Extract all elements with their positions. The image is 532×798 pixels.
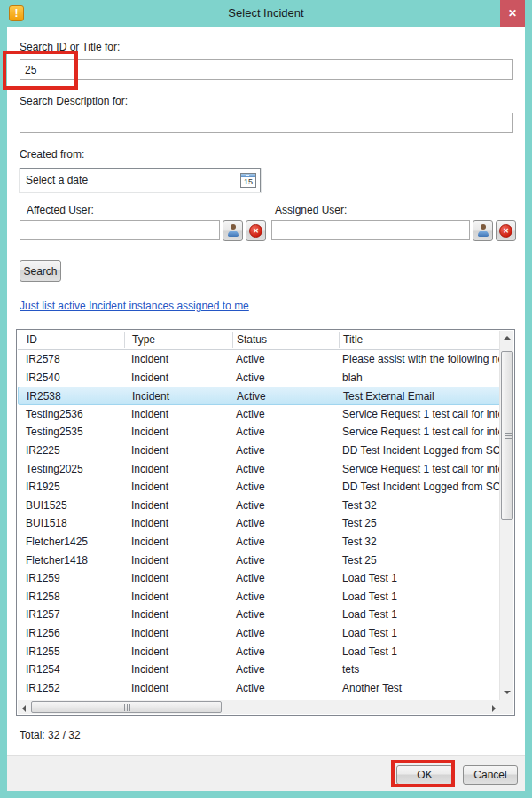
table-row[interactable]: IR1252IncidentActiveAnother Test xyxy=(18,679,501,698)
cell-id: IR1252 xyxy=(18,679,123,698)
cell-type: Incident xyxy=(123,350,228,369)
table-header: ID Type Status Title xyxy=(18,330,501,349)
vertical-scrollbar[interactable] xyxy=(499,331,513,700)
cell-id: IR1259 xyxy=(18,569,123,588)
table-row[interactable]: IR2540IncidentActiveblah xyxy=(18,369,501,387)
calendar-icon-day: 15 xyxy=(241,177,255,187)
assigned-user-label: Assigned User: xyxy=(275,204,347,216)
search-button[interactable]: Search xyxy=(20,260,61,282)
affected-user-input[interactable] xyxy=(20,220,220,240)
assigned-user-picker-button[interactable] xyxy=(473,220,493,241)
cell-type: Incident xyxy=(123,423,228,442)
scroll-down-icon[interactable] xyxy=(504,691,511,694)
table-row[interactable]: IR1256IncidentActiveLoad Test 1 xyxy=(18,624,501,643)
cell-id: IR2578 xyxy=(18,350,123,369)
table-row[interactable]: IR2578IncidentActivePlease assist with t… xyxy=(18,350,501,369)
cell-status: Active xyxy=(228,442,334,460)
column-divider xyxy=(232,332,233,348)
cell-title: Service Request 1 test call for inte xyxy=(334,460,501,479)
table-row[interactable]: IR1259IncidentActiveLoad Test 1 xyxy=(18,569,501,588)
incident-table: ID Type Status Title IR2578IncidentActiv… xyxy=(16,329,515,716)
close-button[interactable]: ✕ xyxy=(500,0,525,27)
scrollbar-corner xyxy=(499,700,513,714)
cell-status: Active xyxy=(228,661,334,679)
column-header-type[interactable]: Type xyxy=(132,330,155,349)
created-from-label: Created from: xyxy=(20,148,84,160)
cell-title: DD Test Incident Logged from SC xyxy=(334,442,501,460)
cell-status: Active xyxy=(228,679,334,698)
cell-type: Incident xyxy=(124,387,229,404)
cell-title: Load Test 1 xyxy=(334,569,501,588)
scroll-up-icon[interactable] xyxy=(504,336,511,340)
table-row[interactable]: IR2225IncidentActiveDD Test Incident Log… xyxy=(18,442,501,460)
affected-user-picker-button[interactable] xyxy=(223,220,243,241)
cell-status: Active xyxy=(228,588,334,606)
cell-id: IR1255 xyxy=(18,643,123,661)
cell-type: Incident xyxy=(123,643,228,661)
cell-status: Active xyxy=(228,606,334,624)
column-header-status[interactable]: Status xyxy=(237,330,267,349)
column-header-id[interactable]: ID xyxy=(27,330,37,349)
affected-user-clear-button[interactable]: ✕ xyxy=(246,220,266,241)
cancel-button[interactable]: Cancel xyxy=(463,765,518,785)
cell-id: IR2538 xyxy=(19,387,124,404)
dialog-title: Select Incident xyxy=(0,0,532,27)
cell-id: Fletcher1418 xyxy=(18,552,123,570)
cell-status: Active xyxy=(228,350,334,369)
cell-title: Load Test 1 xyxy=(334,643,501,661)
total-count: Total: 32 / 32 xyxy=(20,729,81,741)
assigned-to-me-link[interactable]: Just list active Incident instances assi… xyxy=(20,300,249,312)
calendar-icon[interactable]: 15 xyxy=(240,173,256,188)
assigned-user-clear-button[interactable]: ✕ xyxy=(496,220,516,241)
created-from-datepicker[interactable]: Select a date 15 xyxy=(20,168,261,192)
cell-status: Active xyxy=(228,643,334,661)
cell-type: Incident xyxy=(123,533,228,552)
cell-type: Incident xyxy=(123,569,228,588)
cell-status: Active xyxy=(228,478,334,497)
table-row[interactable]: IR1255IncidentActiveLoad Test 1 xyxy=(18,643,501,661)
table-row[interactable]: Testing2025IncidentActiveService Request… xyxy=(18,460,501,479)
cell-status: Active xyxy=(228,369,334,387)
cell-type: Incident xyxy=(123,514,228,533)
table-row[interactable]: BUI1525IncidentActiveTest 32 xyxy=(18,497,501,515)
table-row[interactable]: IR1925IncidentActiveDD Test Incident Log… xyxy=(18,478,501,497)
vertical-scrollbar-thumb[interactable] xyxy=(501,351,513,520)
datepicker-placeholder: Select a date xyxy=(26,169,88,192)
table-row[interactable]: IR2538IncidentActiveTest External Email xyxy=(18,387,501,405)
assigned-user-input[interactable] xyxy=(271,220,470,240)
column-header-title[interactable]: Title xyxy=(343,330,363,349)
cell-id: IR1258 xyxy=(18,588,123,606)
horizontal-scrollbar-thumb[interactable] xyxy=(31,701,222,713)
scroll-left-icon[interactable] xyxy=(22,705,26,712)
cell-title: blah xyxy=(334,369,501,387)
cell-id: Testing2536 xyxy=(18,405,123,424)
table-row[interactable]: Fletcher1418IncidentActiveTest 25 xyxy=(18,552,501,570)
cell-status: Active xyxy=(228,423,334,442)
cell-type: Incident xyxy=(123,478,228,497)
cell-title: Load Test 1 xyxy=(334,624,501,643)
titlebar: ! Select Incident ✕ xyxy=(0,0,532,27)
table-row[interactable]: IR1258IncidentActiveLoad Test 1 xyxy=(18,588,501,606)
table-row[interactable]: Fletcher1425IncidentActiveTest 32 xyxy=(18,533,501,552)
person-icon xyxy=(477,224,489,237)
cell-id: IR1254 xyxy=(18,661,123,679)
horizontal-scrollbar[interactable] xyxy=(18,700,500,714)
search-id-input[interactable] xyxy=(20,59,513,80)
scrollbar-grip xyxy=(124,704,130,711)
table-row[interactable]: Testing2536IncidentActiveService Request… xyxy=(18,405,501,424)
table-row[interactable]: BUI1518IncidentActiveTest 25 xyxy=(18,514,501,533)
search-description-input[interactable] xyxy=(20,113,513,133)
cell-type: Incident xyxy=(123,442,228,460)
table-row[interactable]: Testing2535IncidentActiveService Request… xyxy=(18,423,501,442)
table-row[interactable]: IR1257IncidentActiveLoad Test 1 xyxy=(18,606,501,624)
table-row[interactable]: IR1254IncidentActivetets xyxy=(18,661,501,679)
cell-id: IR2225 xyxy=(18,442,123,460)
ok-button[interactable]: OK xyxy=(396,765,453,785)
cell-status: Active xyxy=(228,497,334,515)
scroll-right-icon[interactable] xyxy=(492,705,496,712)
cell-title: Test External Email xyxy=(335,387,500,404)
cell-id: Testing2535 xyxy=(18,423,123,442)
cell-type: Incident xyxy=(123,497,228,515)
cell-title: Test 25 xyxy=(334,552,501,570)
cell-title: Another Test xyxy=(334,679,501,698)
